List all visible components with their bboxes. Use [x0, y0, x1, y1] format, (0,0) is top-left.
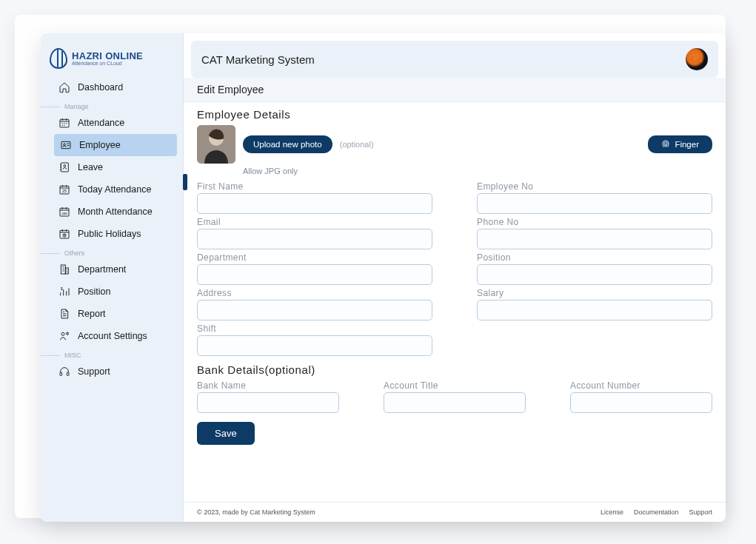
employee-no-input[interactable] — [477, 193, 712, 214]
home-icon — [58, 81, 70, 93]
footer-link-support[interactable]: Support — [689, 508, 712, 516]
field-account-title: Account Title — [384, 380, 526, 413]
svg-rect-17 — [67, 372, 69, 375]
brand-name: HAZRI ONLINE — [72, 51, 143, 61]
sidebar-section-misc: MISC — [41, 347, 183, 360]
phone-no-input[interactable] — [477, 229, 712, 249]
bank-name-label: Bank Name — [197, 380, 339, 391]
calendar-clock-icon — [58, 228, 70, 240]
sidebar-item-month-attendance[interactable]: JAN Month Attendance — [41, 201, 183, 223]
field-shift: Shift — [197, 323, 432, 356]
employee-no-label: Employee No — [477, 181, 712, 192]
account-number-label: Account Number — [570, 380, 712, 391]
fingerprint-icon — [661, 140, 670, 149]
save-button[interactable]: Save — [197, 422, 255, 445]
field-employee-no: Employee No — [477, 181, 712, 214]
topbar: CAT Marketing System Ca — [191, 41, 718, 78]
building-icon — [58, 263, 70, 275]
calendar-month-icon: JAN — [58, 206, 70, 218]
svg-rect-11 — [61, 265, 65, 274]
field-department: Department — [197, 252, 432, 285]
address-book-icon — [58, 161, 70, 173]
sidebar-item-dashboard[interactable]: Dashboard — [41, 76, 183, 98]
svg-text:$: $ — [61, 286, 63, 291]
sidebar-item-label: Report — [78, 309, 106, 319]
bank-form: Bank Name Account Title Account Number — [197, 380, 712, 413]
salary-input[interactable] — [477, 300, 712, 320]
sidebar-item-account-settings[interactable]: Account Settings — [41, 325, 183, 347]
photo-upload-row: Upload new photo (optional) Finger — [197, 125, 712, 164]
position-input[interactable] — [477, 264, 712, 285]
upload-hint: Allow JPG only — [243, 167, 712, 175]
email-label: Email — [197, 217, 432, 227]
field-phone-no: Phone No — [477, 217, 712, 249]
brand-tagline: Attendance on CLoud — [72, 61, 143, 66]
sidebar-item-public-holidays[interactable]: Public Holidays — [41, 223, 183, 245]
phone-no-label: Phone No — [477, 217, 712, 227]
sidebar-item-attendance[interactable]: Attendance — [41, 112, 183, 134]
field-address: Address — [197, 288, 432, 320]
field-account-number: Account Number — [570, 380, 712, 413]
field-first-name: First Name — [197, 181, 432, 214]
salary-label: Salary — [477, 288, 712, 298]
svg-text:JAN: JAN — [61, 212, 67, 215]
sidebar-item-label: Account Settings — [78, 331, 147, 341]
svg-rect-1 — [61, 141, 70, 148]
employee-details-title: Employee Details — [197, 108, 712, 121]
svg-rect-12 — [65, 268, 68, 274]
bank-name-input[interactable] — [197, 392, 339, 413]
svg-point-15 — [67, 332, 69, 335]
employee-photo — [197, 125, 235, 164]
sidebar-item-support[interactable]: Support — [41, 360, 183, 383]
page-subheader: Edit Employee — [184, 78, 726, 102]
sidebar-item-label: Department — [78, 264, 126, 275]
calendar-day-icon: 25 — [58, 184, 70, 195]
svg-point-2 — [64, 144, 66, 146]
email-input[interactable] — [197, 229, 432, 249]
page-title: CAT Marketing System — [201, 53, 315, 66]
account-number-input[interactable] — [570, 392, 712, 413]
account-title-label: Account Title — [384, 380, 526, 391]
sidebar-item-today-attendance[interactable]: 25 Today Attendance — [41, 178, 183, 201]
headset-icon — [58, 366, 70, 377]
content-panel: Employee Details Upload new photo (optio… — [184, 102, 726, 502]
id-card-icon — [60, 139, 72, 151]
first-name-input[interactable] — [197, 193, 432, 214]
account-title-input[interactable] — [384, 392, 526, 413]
shift-label: Shift — [197, 323, 432, 334]
svg-point-4 — [64, 165, 66, 167]
field-email: Email — [197, 217, 432, 249]
footer-link-documentation[interactable]: Documentation — [634, 508, 679, 516]
department-input[interactable] — [197, 264, 432, 285]
sidebar-item-department[interactable]: Department — [41, 258, 183, 281]
field-position: Position — [477, 252, 712, 285]
shift-input[interactable] — [197, 335, 432, 356]
upload-photo-button[interactable]: Upload new photo — [243, 135, 332, 153]
sidebar-item-position[interactable]: $ Position — [41, 281, 183, 303]
position-label: Position — [477, 252, 712, 263]
main-content: CAT Marketing System Ca Edit Employee Em… — [183, 33, 726, 522]
finger-button[interactable]: Finger — [648, 135, 712, 153]
brand-logo: HAZRI ONLINE Attendance on CLoud — [41, 44, 183, 76]
sidebar-section-manage: Manage — [41, 98, 183, 112]
footer-link-license[interactable]: License — [601, 508, 623, 516]
address-input[interactable] — [197, 300, 432, 320]
chart-bars-icon: $ — [58, 286, 70, 298]
sidebar-item-label: Support — [78, 366, 110, 377]
svg-rect-16 — [60, 372, 62, 375]
user-avatar[interactable]: Ca — [686, 48, 708, 70]
fingerprint-logo-icon — [50, 48, 67, 69]
sidebar-item-report[interactable]: Report — [41, 303, 183, 325]
gear-user-icon — [58, 330, 70, 342]
sidebar-item-leave[interactable]: Leave — [41, 156, 183, 178]
sidebar-item-employee[interactable]: Employee — [54, 134, 177, 156]
sidebar-item-label: Position — [78, 286, 110, 297]
sidebar-section-others: Others — [41, 245, 183, 258]
calendar-grid-icon — [58, 117, 70, 129]
upload-optional-label: (optional) — [340, 140, 374, 149]
address-label: Address — [197, 288, 432, 298]
app-window: HAZRI ONLINE Attendance on CLoud Dashboa… — [41, 33, 726, 522]
svg-text:25: 25 — [62, 189, 67, 193]
sidebar-item-label: Public Holidays — [78, 229, 141, 239]
sidebar-item-label: Employee — [79, 140, 121, 150]
